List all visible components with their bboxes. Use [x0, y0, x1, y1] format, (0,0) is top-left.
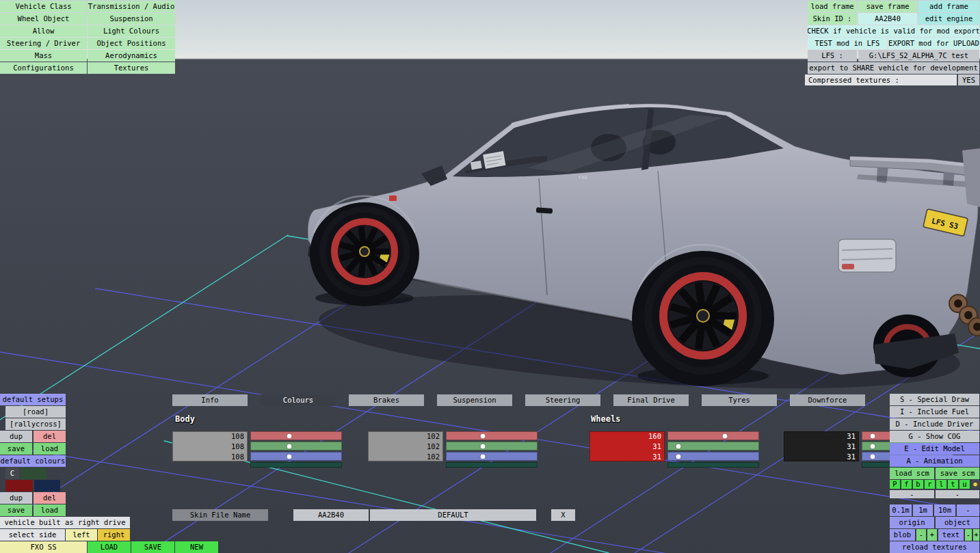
- menu-aerodynamics[interactable]: Aerodynamics: [88, 50, 175, 62]
- dash-button-1[interactable]: -: [890, 490, 934, 498]
- compressed-textures-toggle[interactable]: YES: [958, 75, 979, 85]
- toggle-special-draw[interactable]: S - Special Draw: [890, 394, 979, 405]
- save-frame-button[interactable]: save frame: [858, 1, 917, 12]
- check-valid-button[interactable]: CHECK if vehicle is valid for mod export: [808, 25, 979, 37]
- slider-handle[interactable]: [287, 433, 291, 438]
- share-export-button[interactable]: export to SHARE vehicle for development: [808, 62, 979, 74]
- default-colours-button[interactable]: default colours: [0, 455, 66, 467]
- scale-10m-button[interactable]: 10m: [934, 504, 955, 516]
- skin-name-field-2[interactable]: DEFAULT: [370, 509, 536, 521]
- shade-strip[interactable]: [250, 462, 342, 468]
- save-colour-button[interactable]: save: [0, 504, 32, 516]
- blue-slider[interactable]: [667, 452, 759, 461]
- text-button[interactable]: text: [938, 529, 964, 541]
- toggle-include-driver[interactable]: D - Include Driver: [890, 418, 979, 430]
- dup-setup-button[interactable]: dup: [0, 431, 32, 442]
- vehicle-name-field[interactable]: FXO SS: [0, 541, 87, 553]
- dup-colour-button[interactable]: dup: [0, 492, 32, 504]
- dot-toggle[interactable]: ●: [971, 480, 979, 489]
- menu-transmission-audio[interactable]: Transmission / Audio: [88, 1, 175, 12]
- slider-handle[interactable]: [871, 454, 875, 459]
- tab-steering[interactable]: Steering: [525, 394, 600, 406]
- colour-swatch[interactable]: 102 102 102: [368, 431, 443, 461]
- preset-colour-swatch-2[interactable]: [5, 480, 33, 491]
- menu-wheel-object[interactable]: Wheel Object: [0, 13, 87, 25]
- letter-button-p[interactable]: P: [890, 480, 900, 489]
- slider-handle[interactable]: [287, 454, 291, 459]
- text-plus-button[interactable]: +: [973, 529, 979, 541]
- menu-suspension[interactable]: Suspension: [88, 13, 175, 25]
- blob-button[interactable]: blob: [890, 529, 915, 541]
- menu-allow[interactable]: Allow: [0, 25, 87, 37]
- green-slider[interactable]: [446, 442, 538, 450]
- tab-downforce[interactable]: Downforce: [790, 394, 865, 406]
- menu-object-positions[interactable]: Object Positions: [88, 38, 175, 49]
- test-mod-button[interactable]: TEST mod in LFS: [808, 38, 887, 49]
- blob-minus-button[interactable]: -: [916, 529, 926, 541]
- green-slider[interactable]: [667, 442, 759, 450]
- blue-slider[interactable]: [446, 452, 538, 461]
- colour-swatch[interactable]: 31 31 31: [784, 431, 859, 461]
- slider-handle[interactable]: [480, 444, 485, 448]
- letter-button-f[interactable]: f: [901, 480, 912, 489]
- slider-handle[interactable]: [723, 433, 728, 438]
- add-frame-button[interactable]: add frame: [918, 1, 979, 12]
- menu-configurations[interactable]: Configurations: [0, 62, 87, 74]
- menu-steering-driver[interactable]: Steering / Driver: [0, 38, 87, 49]
- blob-plus-button[interactable]: +: [927, 529, 937, 541]
- del-colour-button[interactable]: del: [34, 492, 66, 504]
- menu-textures[interactable]: Textures: [88, 62, 175, 74]
- new-vehicle-button[interactable]: NEW: [175, 541, 218, 553]
- tab-tyres[interactable]: Tyres: [702, 394, 777, 406]
- tab-colours[interactable]: Colours: [261, 394, 336, 406]
- save-vehicle-button[interactable]: SAVE: [131, 541, 174, 553]
- side-right-button[interactable]: right: [98, 529, 130, 541]
- toggle-include-fuel[interactable]: I - Include Fuel: [890, 406, 979, 418]
- scale-1m-button[interactable]: 1m: [913, 504, 933, 516]
- colour-c-button[interactable]: C: [5, 468, 19, 479]
- colour-swatch[interactable]: 160 31 31: [590, 431, 665, 461]
- skin-clear-button[interactable]: X: [551, 509, 575, 521]
- load-vehicle-button[interactable]: LOAD: [88, 541, 131, 553]
- green-slider[interactable]: [250, 442, 342, 450]
- export-mod-button[interactable]: EXPORT mod for UPLOAD: [888, 38, 979, 49]
- red-slider[interactable]: [667, 431, 759, 440]
- colour-swatch[interactable]: 108 108 108: [172, 431, 248, 461]
- slider-handle[interactable]: [480, 454, 485, 459]
- lfs-path-value[interactable]: G:\LFS_S2_ALPHA_7C test: [858, 50, 979, 62]
- save-scm-button[interactable]: save scm: [936, 468, 979, 479]
- slider-handle[interactable]: [676, 444, 681, 448]
- dash-button-2[interactable]: -: [936, 490, 979, 498]
- toggle-show-cog[interactable]: G - Show COG: [890, 431, 979, 442]
- preset-colour-swatch-1[interactable]: [21, 468, 47, 479]
- scale-01m-button[interactable]: 0.1m: [890, 504, 912, 516]
- load-scm-button[interactable]: load scm: [890, 468, 934, 479]
- edit-engine-button[interactable]: edit engine: [918, 13, 979, 25]
- default-setups-button[interactable]: default setups: [0, 394, 66, 405]
- save-setup-button[interactable]: save: [0, 443, 32, 455]
- edit-model-button[interactable]: E - Edit Model: [890, 443, 979, 455]
- shade-strip[interactable]: [667, 462, 759, 468]
- animation-button[interactable]: A - Animation: [890, 455, 979, 467]
- tab-brakes[interactable]: Brakes: [349, 394, 424, 406]
- setup-rallycross-button[interactable]: [rallycross]: [5, 418, 66, 430]
- red-slider[interactable]: [446, 431, 538, 440]
- text-minus-button[interactable]: -: [965, 529, 972, 541]
- load-frame-button[interactable]: load frame: [808, 1, 857, 12]
- tab-info[interactable]: Info: [172, 394, 248, 406]
- del-setup-button[interactable]: del: [34, 431, 66, 442]
- scale-minus-button[interactable]: -: [957, 504, 979, 516]
- slider-handle[interactable]: [871, 433, 875, 438]
- slider-handle[interactable]: [871, 444, 875, 448]
- menu-vehicle-class[interactable]: Vehicle Class: [0, 1, 87, 12]
- load-colour-button[interactable]: load: [34, 504, 66, 516]
- letter-button-t[interactable]: t: [948, 480, 958, 489]
- slider-handle[interactable]: [287, 444, 291, 448]
- letter-button-b[interactable]: b: [913, 480, 923, 489]
- slider-handle[interactable]: [480, 433, 485, 438]
- tab-suspension[interactable]: Suspension: [437, 394, 512, 406]
- load-setup-button[interactable]: load: [34, 443, 66, 455]
- skin-id-value[interactable]: AA2B40: [858, 13, 917, 25]
- preset-colour-swatch-3[interactable]: [34, 480, 60, 491]
- side-left-button[interactable]: left: [66, 529, 97, 541]
